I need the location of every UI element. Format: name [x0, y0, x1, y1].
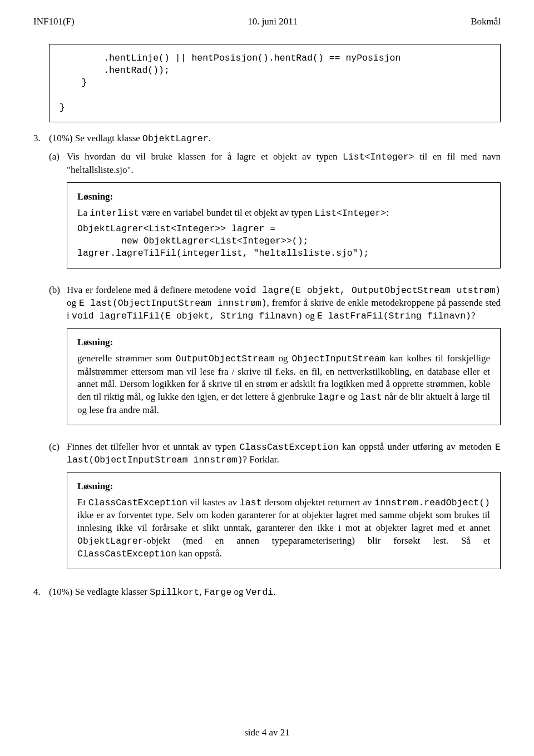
- solution-box-3a: Løsning: La interlist være en variabel b…: [67, 182, 501, 268]
- q4-number: 4.: [33, 586, 49, 599]
- q3-c-text: Finnes det tilfeller hvor et unntak av t…: [67, 441, 501, 467]
- content-indent: .hentLinje() || hentPosisjon().hentRad()…: [49, 44, 501, 122]
- q3-b: (b) Hva er fordelene med å definere meto…: [49, 284, 501, 435]
- q3-b-text: Hva er fordelene med å definere metodene…: [67, 284, 501, 323]
- question-3: 3. (10%) Se vedlagt klasse ObjektLagrer.…: [33, 132, 501, 579]
- page-footer: side 4 av 21: [0, 727, 534, 739]
- q3-number: 3.: [33, 132, 49, 579]
- question-4: 4. (10%) Se vedlagte klasser Spillkort, …: [33, 586, 501, 599]
- solution-3a-para: La interlist være en variabel bundet til…: [77, 207, 490, 220]
- solution-3a-code: ObjektLagrer<List<Integer>> lagrer = new…: [77, 223, 490, 260]
- page-header: INF101(F) 10. juni 2011 Bokmål: [33, 16, 501, 28]
- solution-title: Løsning:: [77, 336, 490, 349]
- solution-3c-para: Et ClassCastException vil kastes av last…: [77, 496, 490, 561]
- q3-c: (c) Finnes det tilfeller hvor et unntak …: [49, 441, 501, 579]
- solution-title: Løsning:: [77, 191, 490, 203]
- page: INF101(F) 10. juni 2011 Bokmål .hentLinj…: [0, 0, 534, 756]
- solution-box-3b: Løsning: generelle strømmer som OutputOb…: [67, 328, 501, 425]
- code-box-1: .hentLinje() || hentPosisjon().hentRad()…: [49, 44, 501, 122]
- header-center: 10. juni 2011: [248, 16, 298, 28]
- q3-a: (a) Vis hvordan du vil bruke klassen for…: [49, 151, 501, 278]
- header-right: Bokmål: [471, 16, 501, 28]
- header-left: INF101(F): [33, 16, 75, 28]
- solution-box-3c: Løsning: Et ClassCastException vil kaste…: [67, 472, 501, 569]
- q4-text: (10%) Se vedlagte klasser Spillkort, Far…: [49, 586, 501, 599]
- q3-intro: (10%) Se vedlagt klasse ObjektLagrer.: [49, 132, 501, 145]
- q3-a-label: (a): [49, 151, 67, 278]
- solution-title: Løsning:: [77, 480, 490, 493]
- solution-3b-para: generelle strømmer som OutputObjectStrea…: [77, 352, 490, 416]
- q3-a-text: Vis hvordan du vil bruke klassen for å l…: [67, 151, 501, 176]
- code-snippet: .hentLinje() || hentPosisjon().hentRad()…: [60, 52, 490, 114]
- q3-b-label: (b): [49, 284, 67, 435]
- q3-c-label: (c): [49, 441, 67, 579]
